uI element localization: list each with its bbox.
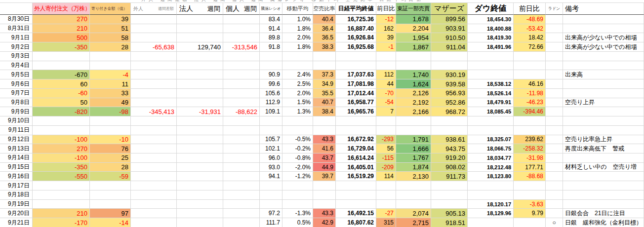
cell-wf[interactable] [131, 153, 177, 163]
header-nikkei-change[interactable]: 前日比 [376, 3, 396, 15]
cell-note[interactable] [563, 79, 644, 89]
cell-nk[interactable] [336, 116, 376, 126]
cell-radon[interactable] [546, 98, 563, 108]
cell-tse[interactable]: 2,074 [396, 209, 431, 218]
cell-fo[interactable]: 50 [33, 98, 90, 108]
cell-fo[interactable]: -670 [33, 70, 90, 79]
cell-sr[interactable]: 43.7 [313, 153, 336, 163]
cell-wc[interactable] [177, 163, 223, 172]
cell-dchg[interactable]: 9.79 [514, 209, 546, 218]
cell-fo[interactable]: -350 [33, 163, 90, 172]
cell-dow[interactable]: 18,123.80 [468, 172, 514, 181]
cell-ratio[interactable] [260, 200, 282, 209]
cell-tse[interactable]: 1,867 [396, 42, 431, 52]
cell-fo[interactable] [33, 61, 90, 71]
cell-wf[interactable] [131, 24, 177, 34]
cell-nk[interactable] [336, 52, 376, 61]
cell-nk[interactable]: 16,614.24 [336, 153, 376, 163]
cell-fo[interactable] [33, 52, 90, 61]
cell-mo[interactable]: 899.56 [431, 15, 468, 24]
cell-dow[interactable] [468, 181, 514, 190]
cell-tse[interactable]: 2,126 [396, 89, 431, 98]
cell-sr[interactable]: 43.3 [313, 209, 336, 218]
cell-radon[interactable] [546, 116, 563, 126]
cell-wc[interactable] [177, 126, 223, 135]
cell-dow[interactable]: 18,491.96 [468, 42, 514, 52]
cell-wi[interactable] [223, 98, 260, 108]
cell-oa[interactable]: -4 [90, 70, 131, 79]
cell-wc[interactable] [177, 144, 223, 153]
cell-wf[interactable] [131, 126, 177, 135]
cell-chg[interactable]: -209 [376, 163, 396, 172]
cell-chg[interactable]: -54 [376, 98, 396, 108]
cell-ratio[interactable]: 91.8 [260, 42, 282, 52]
cell-ma[interactable]: -0.2% [282, 144, 313, 153]
cell-sr[interactable] [313, 61, 336, 71]
cell-wc[interactable] [177, 61, 223, 71]
cell-chg[interactable]: 112 [376, 70, 396, 79]
header-short-ratio[interactable]: 空売比率 [313, 3, 336, 15]
cell-note[interactable]: 材料乏しい中の 空売り増 [563, 163, 644, 172]
cell-oa[interactable] [90, 61, 131, 71]
cell-chg[interactable]: -115 [376, 153, 396, 163]
cell-wi[interactable]: -313,546 [223, 42, 260, 52]
cell-mo[interactable]: 968.72 [431, 107, 468, 116]
cell-dchg[interactable]: 46.16 [514, 79, 546, 89]
cell-chg[interactable]: 39 [376, 33, 396, 42]
cell-wi[interactable] [223, 190, 260, 200]
header-radon[interactable]: ラドン [546, 3, 563, 15]
cell-mo[interactable]: 919.20 [431, 153, 468, 163]
header-advance-decline-ratio[interactable]: 騰落レシオ [260, 3, 282, 15]
cell-note[interactable] [563, 107, 644, 116]
cell-wf[interactable]: -65,638 [131, 42, 177, 52]
row-date[interactable]: 9月9日 [0, 107, 33, 116]
cell-chg[interactable]: 114 [376, 172, 396, 181]
cell-oa[interactable]: 49 [90, 98, 131, 108]
cell-ratio[interactable]: 112.9 [260, 98, 282, 108]
row-date[interactable]: 9月18日 [0, 190, 33, 200]
header-mothers[interactable]: マザーズ [431, 3, 468, 15]
cell-ma[interactable]: -0.5% [282, 135, 313, 145]
cell-radon[interactable] [546, 61, 563, 71]
cell-fo[interactable] [33, 126, 90, 135]
cell-wf[interactable] [131, 181, 177, 190]
cell-wc[interactable]: -31,931 [177, 107, 223, 116]
row-date[interactable]: 8月30日 [0, 15, 33, 24]
cell-note[interactable] [563, 126, 644, 135]
cell-note[interactable]: 再度出来高低下 警戒 [563, 144, 644, 153]
cell-sr[interactable]: 39.7 [313, 172, 336, 181]
cell-fo[interactable] [33, 200, 90, 209]
cell-wi[interactable] [223, 172, 260, 181]
cell-oa[interactable] [90, 190, 131, 200]
header-weekly-corporate[interactable]: 法人 週間 [177, 3, 223, 15]
cell-wc[interactable] [177, 70, 223, 79]
cell-dchg[interactable] [514, 116, 546, 126]
cell-ma[interactable]: -1.2% [282, 172, 313, 181]
cell-nk[interactable]: 16,519.29 [336, 172, 376, 181]
cell-nk[interactable]: 17,012.44 [336, 89, 376, 98]
cell-note[interactable]: 出来高が少ない中での相場 [563, 42, 644, 52]
cell-dchg[interactable]: 177.71 [514, 163, 546, 172]
cell-sr[interactable]: 35.5 [313, 89, 336, 98]
cell-nk[interactable]: 16,492.15 [336, 209, 376, 218]
cell-note[interactable] [563, 116, 644, 126]
cell-wf[interactable] [131, 135, 177, 145]
cell-oa[interactable]: 33 [90, 89, 131, 98]
cell-ratio[interactable]: 96.0 [260, 153, 282, 163]
cell-nk[interactable]: 17,037.63 [336, 70, 376, 79]
cell-note[interactable]: 出来高が少ない中での相場 [563, 33, 644, 42]
cell-mo[interactable]: 939.58 [431, 79, 468, 89]
cell-wc[interactable] [177, 116, 223, 126]
cell-oa[interactable]: 58 [90, 33, 131, 42]
cell-dow[interactable]: 18,400.88 [468, 24, 514, 34]
header-dow-change[interactable]: 前日比 [514, 3, 546, 15]
cell-ma[interactable]: 2.5% [282, 79, 313, 89]
cell-wf[interactable] [131, 116, 177, 126]
cell-nk[interactable]: 16,672.92 [336, 135, 376, 145]
cell-ratio[interactable]: 102.1 [260, 144, 282, 153]
cell-radon[interactable] [546, 209, 563, 218]
cell-note[interactable] [563, 153, 644, 163]
cell-radon[interactable] [546, 181, 563, 190]
cell-sr[interactable]: 34.9 [313, 79, 336, 89]
cell-radon[interactable] [546, 89, 563, 98]
